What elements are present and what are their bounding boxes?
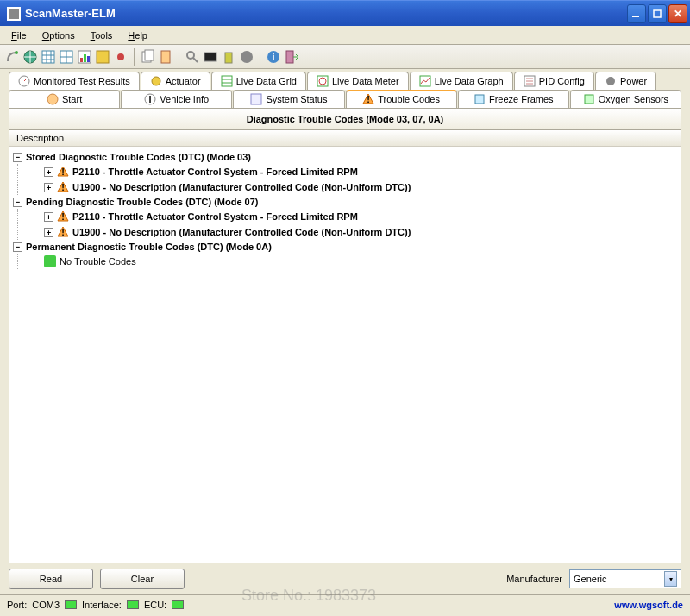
tab-livegrid[interactable]: Live Data Grid	[211, 72, 306, 90]
collapse-icon[interactable]: −	[13, 198, 22, 207]
tab-systemstatus[interactable]: System Status	[233, 90, 344, 108]
battery-icon[interactable]	[221, 49, 236, 65]
chart-icon[interactable]	[77, 49, 92, 65]
terminal-icon[interactable]	[203, 49, 218, 65]
group-label: Pending Diagnostic Trouble Codes (DTC) (…	[26, 197, 259, 207]
tab-label: Vehicle Info	[160, 94, 209, 104]
menu-tools[interactable]: Tools	[84, 28, 120, 42]
globe-icon[interactable]	[22, 49, 38, 65]
tab-troublecodes[interactable]: !Trouble Codes	[346, 90, 457, 108]
tab-livemeter[interactable]: Live Data Meter	[307, 72, 409, 90]
tab-freezeframes[interactable]: Freeze Frames	[458, 90, 569, 108]
interface-label: Interface:	[82, 600, 122, 610]
paste-icon[interactable]	[158, 49, 173, 65]
ok-icon	[44, 255, 56, 267]
collapse-icon[interactable]: −	[13, 153, 22, 162]
warn-icon: !	[362, 93, 374, 105]
dtc-text: U1900 - No Description (Manufacturer Con…	[72, 227, 411, 237]
refresh-icon[interactable]	[113, 49, 129, 65]
tab-vehicleinfo[interactable]: iVehicle Info	[121, 90, 232, 108]
tab-label: Live Data Grid	[236, 76, 297, 86]
tabstrip: Monitored Test Results Actuator Live Dat…	[0, 69, 690, 108]
expand-icon[interactable]: +	[44, 212, 53, 222]
tab-oxygen[interactable]: Oxygen Sensors	[570, 90, 681, 108]
expand-icon[interactable]: +	[44, 167, 53, 177]
tree-group-permanent[interactable]: − Permanent Diagnostic Trouble Codes (DT…	[13, 240, 677, 254]
ecu-label: ECU:	[144, 600, 166, 610]
tree-item-dtc[interactable]: + ! P2110 - Throttle Actuator Control Sy…	[44, 209, 677, 224]
config-icon[interactable]	[95, 49, 110, 65]
toolbar: i	[0, 45, 690, 69]
svg-point-33	[606, 77, 615, 85]
meter-icon	[317, 75, 329, 87]
svg-rect-16	[161, 51, 170, 63]
info-icon[interactable]: i	[266, 49, 281, 65]
dtc-text: U1900 - No Description (Manufacturer Con…	[72, 182, 411, 192]
panel-title: Diagnostic Trouble Codes (Mode 03, 07, 0…	[9, 109, 681, 130]
stop-icon[interactable]	[239, 49, 254, 65]
tab-label: Start	[62, 94, 82, 104]
window-title: ScanMaster-ELM	[25, 7, 627, 20]
svg-text:i: i	[272, 52, 274, 62]
tree-item-dtc[interactable]: + ! U1900 - No Description (Manufacturer…	[44, 224, 677, 240]
exit-icon[interactable]	[284, 49, 299, 65]
warn-icon: !	[57, 211, 69, 223]
freeze-icon	[474, 93, 486, 105]
tab-start[interactable]: Start	[9, 90, 120, 108]
menu-options[interactable]: Options	[35, 28, 82, 42]
tab-power[interactable]: Power	[595, 72, 656, 90]
collapse-icon[interactable]: −	[13, 242, 22, 252]
read-button[interactable]: Read	[9, 569, 93, 589]
manufacturer-select[interactable]: Generic ▾	[569, 569, 681, 588]
svg-rect-39	[475, 95, 484, 104]
svg-rect-20	[225, 53, 232, 63]
svg-point-21	[241, 51, 253, 63]
tree-item-dtc[interactable]: + ! U1900 - No Description (Manufacturer…	[44, 179, 677, 195]
maximize-button[interactable]	[648, 4, 667, 23]
expand-icon[interactable]: +	[44, 183, 53, 192]
tree-group-stored[interactable]: − Stored Diagnostic Trouble Codes (DTC) …	[13, 150, 677, 164]
clear-button[interactable]: Clear	[100, 569, 185, 589]
close-button[interactable]: ✕	[668, 4, 687, 23]
ecu-led-icon	[172, 600, 184, 609]
tree-item-none[interactable]: No Trouble Codes	[44, 254, 677, 269]
tree-item-dtc[interactable]: + ! P2110 - Throttle Actuator Control Sy…	[44, 164, 677, 179]
search-icon[interactable]	[185, 49, 200, 65]
app-icon	[7, 7, 21, 21]
separator	[260, 48, 260, 66]
svg-rect-10	[84, 54, 86, 62]
warn-icon: !	[57, 181, 69, 193]
expand-icon[interactable]: +	[44, 228, 53, 237]
tab-label: Live Data Meter	[332, 76, 399, 86]
svg-text:!: !	[61, 211, 65, 222]
grid-icon[interactable]	[41, 49, 56, 65]
grid2-icon[interactable]	[59, 49, 74, 65]
svg-rect-28	[222, 76, 232, 86]
tab-livegraph[interactable]: Live Data Graph	[410, 72, 513, 90]
warn-icon: !	[57, 166, 69, 178]
svg-text:!: !	[61, 167, 65, 177]
tab-monitored[interactable]: Monitored Test Results	[9, 72, 140, 90]
copy-icon[interactable]	[140, 49, 155, 65]
website-link[interactable]: www.wgsoft.de	[614, 600, 683, 610]
tab-pidconfig[interactable]: PID Config	[514, 72, 594, 90]
svg-line-18	[193, 58, 198, 62]
graph-icon	[419, 75, 431, 87]
chevron-down-icon[interactable]: ▾	[664, 571, 677, 587]
minimize-button[interactable]	[627, 4, 646, 23]
tab-label: Trouble Codes	[378, 94, 440, 104]
connect-icon[interactable]	[4, 49, 20, 65]
svg-point-27	[152, 77, 160, 85]
tab-actuator[interactable]: Actuator	[141, 72, 210, 90]
gear-icon	[150, 75, 162, 87]
interface-led-icon	[127, 600, 139, 609]
menu-file[interactable]: File	[4, 28, 34, 42]
dtc-tree[interactable]: − Stored Diagnostic Trouble Codes (DTC) …	[9, 147, 681, 563]
menu-help[interactable]: Help	[121, 28, 154, 42]
svg-rect-1	[9, 9, 19, 19]
svg-rect-6	[42, 51, 54, 63]
separator	[134, 48, 135, 66]
port-led-icon	[65, 600, 77, 609]
menubar: File Options Tools Help	[0, 26, 690, 45]
tree-group-pending[interactable]: − Pending Diagnostic Trouble Codes (DTC)…	[13, 195, 677, 209]
